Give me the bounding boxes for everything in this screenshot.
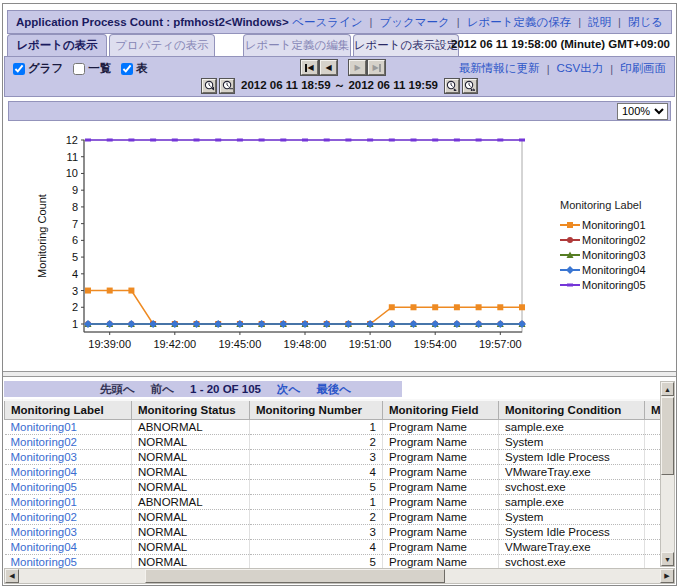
svg-text:3: 3 [72,285,78,297]
next-page-button[interactable]: ▶ [349,60,366,75]
table-row: Monitoring05NORMAL5Program Namesvchost.e… [5,479,661,494]
monitoring-label-link[interactable]: Monitoring01 [11,496,77,508]
csv-export-link[interactable]: CSV出力 [556,61,603,76]
pagination-prev[interactable]: 前へ [151,382,174,397]
range-step-back-icon [222,80,233,91]
monitoring-label-link[interactable]: Monitoring02 [11,511,77,523]
list-checkbox-text: 一覧 [88,61,111,76]
range-jump-end-button[interactable] [463,79,477,93]
print-view-link[interactable]: 印刷画面 [620,61,666,76]
separator: | [610,63,613,75]
tab-report-display-settings[interactable]: レポートの表示設定 [353,34,459,56]
monitoring-number-cell: 4 [250,464,383,479]
table-row: Monitoring05NORMAL5Program Namesvchost.e… [5,554,661,569]
monitoring-condition-cell: svchost.exe [499,479,645,494]
monitoring-condition-cell: System Idle Process [499,524,645,539]
table-checkbox[interactable] [121,63,133,75]
scroll-up-button[interactable]: ▲ [661,382,674,396]
monitoring-status-cell: NORMAL [132,434,250,449]
title-bar: Application Process Count : pfmhost2<Win… [7,10,672,34]
baseline-link[interactable]: ベースライン [292,15,362,30]
svg-text:6: 6 [72,234,78,246]
monitoring-label-link[interactable]: Monitoring01 [11,421,77,433]
truncated-cell [645,494,661,509]
svg-text:Monitoring Count: Monitoring Count [36,194,48,278]
monitoring-label-cell: Monitoring02 [5,434,132,449]
range-jump-start-button[interactable] [202,79,216,93]
monitoring-field-cell: Program Name [383,554,499,569]
scroll-down-button[interactable]: ▼ [661,552,674,566]
svg-text:2: 2 [72,301,78,313]
truncated-cell [645,419,661,434]
graph-checkbox[interactable] [13,63,25,75]
time-range-bar: 2012 06 11 18:59 ～ 2012 06 11 19:59 [5,78,674,93]
separator: | [618,16,621,28]
svg-text:10: 10 [66,167,78,179]
monitoring-status-cell: NORMAL [132,539,250,554]
monitoring-label-link[interactable]: Monitoring02 [11,436,77,448]
save-report-definition-link[interactable]: レポート定義の保存 [467,15,572,30]
help-link[interactable]: 説明 [588,15,611,30]
monitoring-label-link[interactable]: Monitoring04 [11,541,77,553]
svg-text:4: 4 [72,268,78,280]
chart-zoom-select[interactable]: 100% [617,103,668,120]
time-nav-buttons: ◀ ◀ ▶ ▶ [301,60,385,75]
monitoring-number-cell: 5 [250,554,383,569]
last-page-button[interactable]: ▶ [368,60,385,75]
monitoring-label-cell: Monitoring03 [5,524,132,539]
monitoring-label-link[interactable]: Monitoring05 [11,556,77,568]
monitoring-condition-cell: System [499,509,645,524]
vertical-scroll-thumb[interactable] [661,397,674,475]
monitoring-field-cell: Program Name [383,419,499,434]
monitoring-field-cell: Program Name [383,509,499,524]
legend-title: Monitoring Label [560,199,646,211]
pagination-last[interactable]: 最後へ [316,382,351,397]
svg-text:19:39:00: 19:39:00 [88,338,131,350]
monitoring-condition-cell: svchost.exe [499,554,645,569]
svg-text:19:51:00: 19:51:00 [349,338,392,350]
horizontal-scroll-thumb[interactable] [145,569,445,583]
svg-text:19:42:00: 19:42:00 [153,338,196,350]
first-page-button[interactable]: ◀ [301,60,318,75]
prev-page-button[interactable]: ◀ [320,60,337,75]
list-checkbox[interactable] [73,63,85,75]
table-row: Monitoring04NORMAL4Program NameVMwareTra… [5,539,661,554]
legend-entry: Monitoring04 [560,262,646,277]
monitoring-status-cell: NORMAL [132,449,250,464]
tab-report-definition-edit[interactable]: レポート定義の編集 [243,34,351,56]
refresh-link[interactable]: 最新情報に更新 [459,61,540,76]
separator: | [578,16,581,28]
monitoring-field-cell: Program Name [383,464,499,479]
svg-text:19:57:00: 19:57:00 [479,338,522,350]
tab-report-view[interactable]: レポートの表示 [7,34,107,56]
monitoring-label-link[interactable]: Monitoring04 [11,466,77,478]
list-checkbox-label: 一覧 [73,61,111,76]
tab-property-view[interactable]: プロパティの表示 [109,34,215,56]
close-link[interactable]: 閉じる [628,15,663,30]
svg-text:19:48:00: 19:48:00 [284,338,327,350]
line-chart: 12345678910111219:39:0019:42:0019:45:001… [4,121,549,359]
monitoring-label-link[interactable]: Monitoring05 [11,481,77,493]
monitoring-label-cell: Monitoring01 [5,419,132,434]
monitoring-field-cell: Program Name [383,449,499,464]
monitoring-status-cell: NORMAL [132,479,250,494]
range-step-forward-button[interactable] [445,79,459,93]
range-step-back-button[interactable] [220,79,234,93]
pagination-next[interactable]: 次へ [277,382,300,397]
truncated-cell [645,434,661,449]
report-timestamp: 2012 06 11 19:58:00 (Minute) GMT+09:00 [451,38,670,50]
monitoring-label-link[interactable]: Monitoring03 [11,451,77,463]
truncated-cell [645,464,661,479]
monitoring-condition-cell: VMwareTray.exe [499,464,645,479]
bookmark-link[interactable]: ブックマーク [379,15,449,30]
monitoring-label-cell: Monitoring01 [5,494,132,509]
monitoring-label-link[interactable]: Monitoring03 [11,526,77,538]
scroll-right-button[interactable]: ▶ [660,569,674,583]
monitoring-label-cell: Monitoring02 [5,509,132,524]
table-vertical-scrollbar[interactable]: ▲ ▼ [660,381,675,567]
svg-text:11: 11 [67,151,78,163]
pagination-first[interactable]: 先頭へ [100,382,135,397]
table-horizontal-scrollbar[interactable]: ◀ ▶ [4,568,675,584]
monitoring-label-cell: Monitoring04 [5,464,132,479]
scroll-left-button[interactable]: ◀ [5,569,19,583]
